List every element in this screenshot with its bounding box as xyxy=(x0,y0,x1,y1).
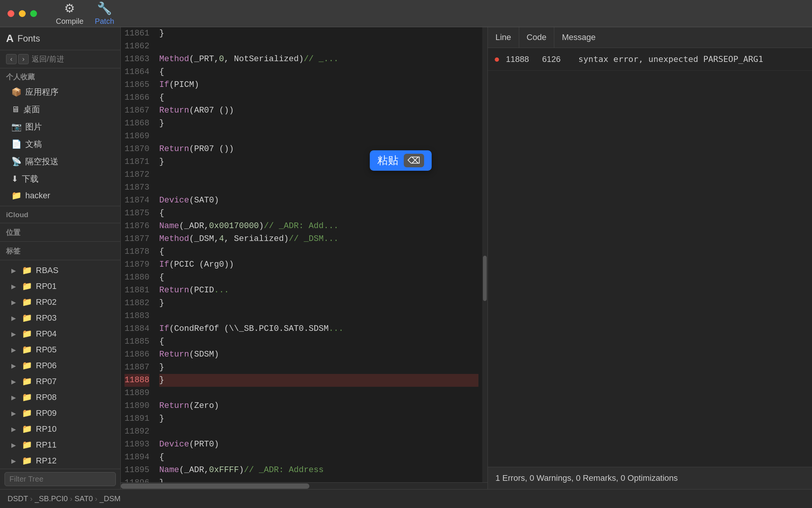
delete-icon: ⌫ xyxy=(408,155,420,165)
code-line: Device (PRT0) xyxy=(159,438,478,451)
code-line: } xyxy=(159,27,478,40)
col-line: Line xyxy=(488,27,519,48)
sidebar-item-apps[interactable]: 📦 应用程序 xyxy=(0,83,120,101)
code-line: } xyxy=(159,117,478,130)
code-line xyxy=(159,387,478,400)
tree-item-rp03[interactable]: ▶ 📁 RP03 xyxy=(0,310,120,326)
compile-button[interactable]: ⚙ Compile xyxy=(56,1,83,26)
tree-item-rp01[interactable]: ▶ 📁 RP01 xyxy=(0,278,120,294)
code-line: Method (_PRT, 0, NotSerialized) // _... xyxy=(159,53,478,66)
horizontal-scrollbar[interactable] xyxy=(121,482,488,489)
main-area: A Fonts ‹ › 返回/前进 个人收藏 📦 应用程序 🖥 桌面 xyxy=(0,27,812,489)
code-line: } xyxy=(159,412,478,425)
error-icon: ● xyxy=(494,53,500,65)
tree-item-rp09[interactable]: ▶ 📁 RP09 xyxy=(0,405,120,421)
error-line: 11888 xyxy=(506,54,536,64)
error-code: 6126 xyxy=(542,54,572,64)
code-line-error: } xyxy=(159,374,478,387)
forward-button[interactable]: › xyxy=(18,54,29,64)
sidebar-item-photos[interactable]: 📷 图片 xyxy=(0,118,120,136)
sidebar-item-hacker[interactable]: 📁 hacker xyxy=(0,188,120,204)
code-line: Name (_ADR, 0x00170000) // _ADR: Add... xyxy=(159,220,478,233)
breadcrumb-item-dsm: _DSM xyxy=(100,494,121,503)
sidebar-item-airdrop[interactable]: 📡 隔空投送 xyxy=(0,153,120,170)
code-line xyxy=(159,40,478,53)
error-message: syntax error, unexpected PARSEOP_ARG1 xyxy=(578,54,763,64)
breadcrumb-item-sbpci0: _SB.PCI0 xyxy=(35,494,68,503)
tree-item-rp08[interactable]: ▶ 📁 RP08 xyxy=(0,389,120,405)
code-content[interactable]: } Method (_PRT, 0, NotSerialized) // _..… xyxy=(155,27,482,482)
airdrop-label: 隔空投送 xyxy=(25,156,58,167)
patch-icon: 🔧 xyxy=(97,1,112,15)
sidebar-item-desktop[interactable]: 🖥 桌面 xyxy=(0,101,120,118)
filter-section xyxy=(0,469,120,489)
tree-item-rp02[interactable]: ▶ 📁 RP02 xyxy=(0,294,120,310)
code-line: Return (PCID... xyxy=(159,284,478,297)
code-line: { xyxy=(159,66,478,79)
downloads-label: 下载 xyxy=(22,173,38,185)
paste-label[interactable]: 粘贴 xyxy=(377,153,398,168)
errors-header: Line Code Message xyxy=(488,27,812,48)
desktop-icon: 🖥 xyxy=(11,105,20,114)
desktop-label: 桌面 xyxy=(23,104,40,115)
icloud-section-label: iCloud xyxy=(0,208,120,221)
favorites-list: 📦 应用程序 🖥 桌面 📷 图片 📄 文稿 📡 隔空投送 ⬇ 下载 xyxy=(0,83,120,204)
tree-item-label: RBAS xyxy=(36,266,58,275)
tree-item-rp04[interactable]: ▶ 📁 RP04 xyxy=(0,326,120,342)
code-line: Device (SAT0) xyxy=(159,194,478,207)
tree-item-rp11[interactable]: ▶ 📁 RP11 xyxy=(0,437,120,453)
code-line: } xyxy=(159,361,478,374)
tags-section-label: 标签 xyxy=(0,244,120,258)
delete-button[interactable]: ⌫ xyxy=(404,154,424,167)
airdrop-icon: 📡 xyxy=(11,157,22,167)
code-line: { xyxy=(159,91,478,104)
favorites-label: 个人收藏 xyxy=(6,73,35,81)
code-line: { xyxy=(159,246,478,258)
code-line xyxy=(159,168,478,181)
scrollbar-track[interactable] xyxy=(482,27,488,482)
favorites-section: 个人收藏 xyxy=(0,68,120,83)
scrollbar-thumb[interactable] xyxy=(483,256,487,301)
tree-item-rbas[interactable]: ▶ 📁 RBAS xyxy=(0,262,120,278)
patch-button[interactable]: 🔧 Patch xyxy=(95,1,114,26)
error-row: ● 11888 6126 syntax error, unexpected PA… xyxy=(488,48,812,71)
back-button[interactable]: ‹ xyxy=(6,54,17,64)
code-line: Return (AR07 ()) xyxy=(159,104,478,117)
compile-label: Compile xyxy=(56,17,83,26)
breadcrumb-sep: › xyxy=(70,494,74,503)
tree-list: ▶ 📁 RBAS ▶ 📁 RP01 ▶ 📁 RP02 ▶ 📁 RP03 ▶ xyxy=(0,262,120,469)
code-line: { xyxy=(159,271,478,284)
errors-summary: 1 Errors, 0 Warnings, 0 Remarks, 0 Optim… xyxy=(488,467,812,489)
location-section-label: 位置 xyxy=(0,225,120,239)
downloads-icon: ⬇ xyxy=(11,174,18,184)
tags-label: 标签 xyxy=(6,247,20,255)
status-bar: DSDT › _SB.PCI0 › SAT0 › _DSM xyxy=(0,489,812,508)
sidebar-item-docs[interactable]: 📄 文稿 xyxy=(0,136,120,153)
code-line: { xyxy=(159,451,478,464)
context-menu[interactable]: 粘贴 ⌫ xyxy=(370,150,432,171)
tree-item-rp10[interactable]: ▶ 📁 RP10 xyxy=(0,421,120,437)
docs-icon: 📄 xyxy=(11,139,22,149)
fonts-icon: A xyxy=(6,32,14,45)
code-line: } xyxy=(159,297,478,310)
hacker-icon: 📁 xyxy=(11,191,22,201)
tree-item-rp12[interactable]: ▶ 📁 RP12 xyxy=(0,453,120,469)
editor-area: 11861 11862 11863 11864 11865 11866 1186… xyxy=(121,27,488,489)
h-scrollbar-thumb[interactable] xyxy=(121,483,309,489)
tree-item-rp05[interactable]: ▶ 📁 RP05 xyxy=(0,342,120,358)
code-line xyxy=(159,310,478,323)
filter-input[interactable] xyxy=(5,472,116,486)
tree-item-rp07[interactable]: ▶ 📁 RP07 xyxy=(0,374,120,389)
code-line: } xyxy=(159,477,478,482)
code-container[interactable]: 11861 11862 11863 11864 11865 11866 1186… xyxy=(121,27,488,482)
col-message: Message xyxy=(554,27,812,48)
toolbar: ⚙ Compile 🔧 Patch xyxy=(0,0,812,27)
breadcrumb-item-dsdt: DSDT xyxy=(8,494,28,503)
folder-icon: 📁 xyxy=(22,266,32,275)
code-line: Return (SDSM) xyxy=(159,348,478,361)
sidebar-item-downloads[interactable]: ⬇ 下载 xyxy=(0,170,120,188)
tree-item-rp06[interactable]: ▶ 📁 RP06 xyxy=(0,358,120,374)
code-line: { xyxy=(159,335,478,348)
nav-back-forward[interactable]: ‹ › xyxy=(6,54,29,64)
code-line: Return (Zero) xyxy=(159,400,478,412)
